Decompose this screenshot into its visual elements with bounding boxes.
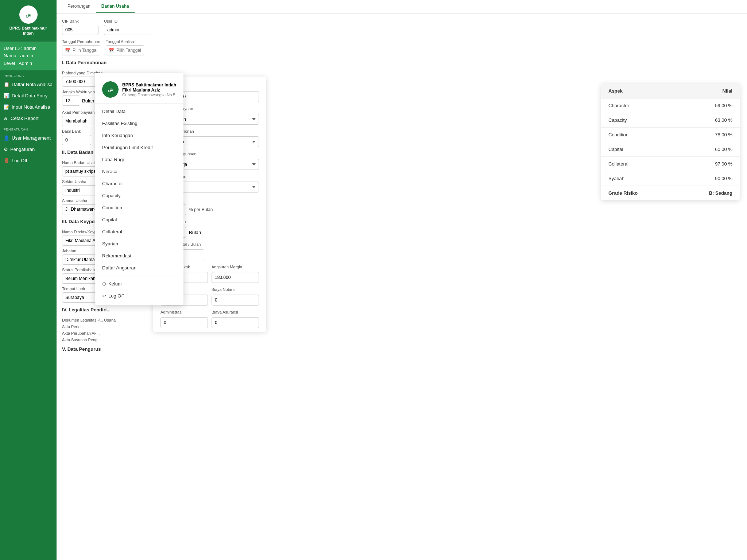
- logo-icon: ش: [19, 5, 38, 24]
- score-capital-aspek: Capital: [601, 142, 670, 156]
- app-name: BPRS Baktimakmur Indah: [4, 26, 53, 36]
- dropdown-info-keuangan[interactable]: Info Keuangan: [95, 129, 183, 141]
- input-nota-label: Input Nota Analisa: [12, 104, 50, 110]
- score-aspek-header: Aspek: [601, 84, 670, 98]
- fp-admin-label: Administrasi: [160, 310, 208, 314]
- dropdown-collateral[interactable]: Collateral: [95, 226, 183, 238]
- sidebar-item-detail-data[interactable]: 📊 Detail Data Entry: [0, 90, 57, 101]
- tanggal-permohonan-group: Tanggal Permohonan 📅: [62, 39, 100, 55]
- fp-margin-val-group: Angsuran Margin: [212, 265, 259, 283]
- log-off-icon: 🚪: [4, 158, 9, 163]
- fp-admin-input[interactable]: [160, 317, 208, 328]
- user-management-label: User Management: [12, 135, 51, 141]
- user-id-value: admin: [24, 46, 36, 51]
- level-label: Level: [4, 61, 15, 66]
- cif-bank-input[interactable]: [62, 25, 98, 35]
- tanggal-permohonan-label: Tanggal Permohonan: [62, 39, 100, 44]
- dropdown-rekomendasi[interactable]: Rekomendasi: [95, 250, 183, 262]
- detail-data-label: Detail Data Entry: [12, 93, 47, 98]
- tab-badan-usaha[interactable]: Badan Usaha: [96, 0, 135, 13]
- score-grade-nilai: B: Sedang: [670, 186, 740, 200]
- score-collateral-nilai: 97.00 %: [670, 157, 740, 171]
- score-row-condition: Condition 78.00 %: [601, 128, 740, 142]
- fp-notaris-label: Biaya Notaris: [212, 287, 259, 292]
- score-grade-aspek: Grade Risiko: [601, 186, 670, 200]
- fp-asuransi-input[interactable]: [212, 317, 259, 328]
- dates-row: Tanggal Permohonan 📅 Tanggal Analisa 📅: [62, 39, 146, 55]
- user-id-label: User ID: [4, 46, 20, 51]
- dropdown-condition[interactable]: Condition: [95, 202, 183, 214]
- dropdown-logo: ش: [102, 81, 119, 98]
- sidebar-item-input-nota[interactable]: 📝 Input Nota Analisa: [0, 101, 57, 113]
- dropdown-person: Fikri Maulana Aziz: [122, 88, 176, 93]
- dropdown-character[interactable]: Character: [95, 178, 183, 190]
- tempat-lahir-input[interactable]: [62, 292, 98, 303]
- score-row-grade: Grade Risiko B: Sedang: [601, 186, 740, 200]
- tanggal-analisa-input-wrapper: 📅: [106, 45, 144, 55]
- user-info: User ID : admin Nama : admin Level : Adm…: [0, 42, 57, 70]
- cif-user-row: CIF Bank User ID: [62, 19, 146, 35]
- section-legalitas: IV. Legalitas Pendiri...: [62, 307, 146, 314]
- pengaturan-icon: ⚙: [4, 147, 8, 152]
- dropdown-daftar-angsuran[interactable]: Daftar Angsuran: [95, 262, 183, 274]
- dropdown-laba-rugi[interactable]: Laba Rugi: [95, 153, 183, 166]
- sidebar-item-pengaturan[interactable]: ⚙ Pengaturan: [0, 144, 57, 155]
- dropdown-log-off[interactable]: ↩ Log Off: [95, 290, 183, 302]
- dropdown-detail-data[interactable]: Detail Data: [95, 105, 183, 117]
- dropdown-header: ش BPRS Baktimakmur Indah Fikri Maulana A…: [95, 76, 183, 104]
- daftar-nota-label: Daftar Nota Analisa: [12, 82, 53, 87]
- dropdown-neraca[interactable]: Neraca: [95, 166, 183, 178]
- sidebar-item-user-management[interactable]: 👤 User Management: [0, 132, 57, 144]
- section-pengurus: V. Data Pengurus: [62, 346, 146, 354]
- basil-bank-input[interactable]: [62, 135, 91, 145]
- legalitas-doc-2: Akta Pend...: [62, 324, 146, 329]
- user-id-input[interactable]: [104, 25, 151, 35]
- legalitas-doc-4: Akta Susunan Peng...: [62, 338, 146, 342]
- fp-margin-val-label: Angsuran Margin: [212, 265, 259, 269]
- score-condition-aspek: Condition: [601, 128, 670, 142]
- dropdown-capacity[interactable]: Capacity: [95, 190, 183, 202]
- pengguna-section-label: PENGGUNA: [0, 70, 57, 79]
- cetak-report-icon: 🖨: [4, 116, 8, 121]
- dropdown-company: BPRS Baktimakmur Indah: [122, 82, 176, 88]
- dropdown-capital[interactable]: Capital: [95, 214, 183, 226]
- tanggal-analisa-group: Tanggal Analisa 📅: [106, 39, 144, 55]
- score-syariah-nilai: 90.00 %: [670, 171, 740, 186]
- dropdown-header-info: BPRS Baktimakmur Indah Fikri Maulana Azi…: [122, 82, 176, 97]
- score-collateral-aspek: Collateral: [601, 157, 670, 171]
- daftar-nota-icon: 📋: [4, 82, 9, 87]
- sidebar-item-daftar-nota[interactable]: 📋 Daftar Nota Analisa: [0, 79, 57, 90]
- sidebar-item-cetak-report[interactable]: 🖨 Cetak Report: [0, 113, 57, 124]
- dropdown-syariah[interactable]: Syariah: [95, 238, 183, 250]
- dropdown-perhitungan-limit[interactable]: Perhitungan Limit Kredit: [95, 141, 183, 153]
- fp-margin-val-input[interactable]: [212, 272, 259, 283]
- sidebar: ش BPRS Baktimakmur Indah User ID : admin…: [0, 0, 57, 560]
- sidebar-item-log-off[interactable]: 🚪 Log Off: [0, 155, 57, 166]
- nama-value: admin: [20, 53, 33, 58]
- legalitas-doc-1: Dokumen Legalitas P... Usaha: [62, 318, 146, 322]
- sidebar-logo: ش BPRS Baktimakmur Indah: [0, 0, 57, 42]
- pengaturan-label: Pengaturan: [10, 147, 35, 152]
- log-off-label: Log Off: [12, 158, 27, 163]
- user-id-group: User ID: [104, 19, 151, 35]
- dropdown-menu: ش BPRS Baktimakmur Indah Fikri Maulana A…: [95, 73, 183, 305]
- dropdown-keluar[interactable]: ⊙ Keluar: [95, 278, 183, 290]
- nama-label: Nama: [4, 53, 16, 58]
- fp-notaris-input[interactable]: [212, 295, 259, 306]
- score-capacity-nilai: 63.00 %: [670, 113, 740, 127]
- pengaturan-section-label: PENGATURAN: [0, 124, 57, 132]
- dropdown-fasilitas-existing[interactable]: Fasilitas Existing: [95, 117, 183, 129]
- cetak-report-label: Cetak Report: [11, 116, 39, 121]
- score-nilai-header: Nilai: [670, 84, 740, 98]
- jangka-waktu-input[interactable]: [62, 96, 80, 106]
- detail-data-icon: 📊: [4, 93, 9, 98]
- input-nota-icon: 📝: [4, 104, 9, 110]
- legalitas-doc-3: Akta Perubahan Ak...: [62, 331, 146, 335]
- tab-perorangan[interactable]: Perorangan: [62, 0, 96, 13]
- level-value: Admin: [19, 61, 32, 66]
- fp-jangka-unit: Bulan: [189, 230, 201, 235]
- dropdown-address: Gubeng Dharmawangsa No 5: [122, 93, 176, 97]
- fp-admin-group: Administrasi: [160, 310, 208, 328]
- bulan-unit: Bulan: [82, 98, 94, 104]
- section-data-permohonan: I. Data Permohonan: [62, 60, 146, 67]
